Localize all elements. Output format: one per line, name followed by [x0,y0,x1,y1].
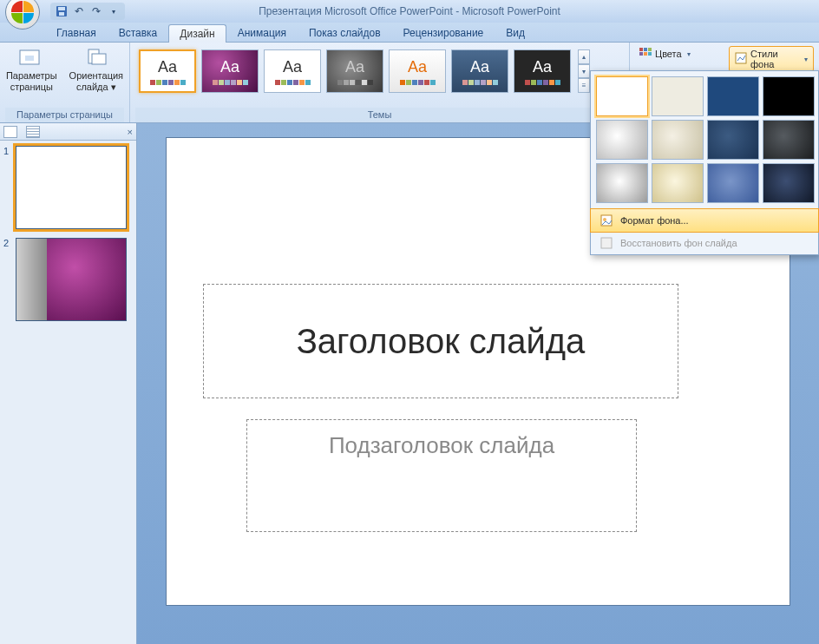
svg-rect-11 [644,52,647,56]
pane-tab-outline-icon[interactable] [26,126,40,138]
theme-colors-icon [150,80,186,85]
bg-swatch-navy[interactable] [707,76,759,116]
bg-swatch-blue[interactable] [707,163,759,203]
ribbon-tabs: Главная Вставка Дизайн Анимация Показ сл… [0,23,819,43]
tab-view[interactable]: Вид [495,23,536,42]
restore-background-menuitem: Восстановить фон слайда [591,232,818,254]
themes-scroll-down[interactable]: ▾ [578,64,590,79]
theme-colors-icon [275,80,311,85]
bg-swatch-greygrad[interactable] [596,120,648,160]
svg-rect-2 [59,12,64,16]
thumbnail-list: 1 2 [0,141,136,644]
subtitle-placeholder[interactable]: Подзаголовок слайда [246,419,637,532]
svg-rect-12 [648,52,652,56]
format-background-label: Формат фона... [620,215,689,226]
office-logo-icon [11,1,34,23]
bg-swatch-white[interactable] [596,76,648,116]
ribbon-group-bgstyles: Стили фона [724,43,819,122]
tab-slideshow[interactable]: Показ слайдов [298,23,392,42]
themes-gallery: Aa Aa Aa Aa Aa Aa [135,46,624,93]
save-icon[interactable] [54,3,69,19]
theme-colors-icon [400,80,436,85]
theme-aa-icon: Aa [533,58,552,76]
page-setup-icon [17,48,45,69]
tab-review[interactable]: Рецензирование [392,23,495,42]
ribbon-group-page-params: Параметры страницы Ориентация слайда ▾ П… [0,43,130,122]
title-bar: ↶ ↷ ▾ Презентация Microsoft Office Power… [0,0,819,23]
slide-number: 2 [3,238,12,321]
background-styles-panel: Формат фона... Восстановить фон слайда [590,70,819,255]
colors-label: Цвета [655,49,682,59]
group-label-page-params: Параметры страницы [5,108,124,122]
tab-animation[interactable]: Анимация [226,23,298,42]
bg-swatch-cream[interactable] [652,76,704,116]
subtitle-placeholder-text: Подзаголовок слайда [329,432,554,459]
svg-rect-9 [648,48,652,51]
svg-point-15 [603,218,606,221]
theme-colors-icon [213,80,248,85]
theme-colors-icon [462,80,498,85]
title-placeholder[interactable]: Заголовок слайда [203,284,678,398]
themes-scroll: ▴ ▾ ≡ [578,49,590,93]
themes-scroll-more[interactable]: ≡ [578,78,590,93]
page-setup-label: Параметры страницы [6,70,57,93]
svg-rect-8 [644,48,647,51]
theme-aa-icon: Aa [283,58,302,76]
pane-tabs: × [0,123,136,141]
tab-insert[interactable]: Вставка [108,23,169,42]
bg-styles-label: Стили фона [750,49,799,69]
bg-swatch-tangrad[interactable] [652,120,704,160]
theme-thumb-5[interactable]: Aa [389,49,446,93]
bg-panel-menu: Формат фона... Восстановить фон слайда [591,208,818,254]
theme-aa-icon: Aa [158,58,177,76]
orientation-label: Ориентация слайда ▾ [69,70,123,93]
background-styles-button[interactable]: Стили фона [729,46,814,72]
bg-swatch-bluedk[interactable] [763,163,815,203]
slide-thumb-preview [16,238,127,321]
title-placeholder-text: Заголовок слайда [297,322,586,361]
restore-background-icon [600,236,613,250]
theme-aa-icon: Aa [345,58,364,76]
pane-tab-slides-icon[interactable] [3,126,17,138]
theme-aa-icon: Aa [408,58,427,76]
theme-thumb-6[interactable]: Aa [451,49,508,93]
svg-rect-4 [25,56,34,61]
slides-pane: × 1 2 [0,123,137,644]
theme-thumb-1[interactable]: Aa [139,49,196,93]
pane-close-icon[interactable]: × [128,127,133,137]
colors-button[interactable]: Цвета [635,46,718,62]
format-background-icon [600,214,613,227]
quick-access-toolbar: ↶ ↷ ▾ [50,3,125,20]
redo-icon[interactable]: ↷ [88,3,104,19]
theme-thumb-2[interactable]: Aa [201,49,259,93]
bg-swatch-beige[interactable] [652,163,704,203]
tab-design[interactable]: Дизайн [168,24,226,43]
theme-aa-icon: Aa [220,58,239,76]
theme-thumb-7[interactable]: Aa [514,49,571,93]
bg-swatch-slategrad[interactable] [707,120,759,160]
slide-thumb-2[interactable]: 2 [3,238,133,321]
svg-rect-16 [601,238,612,248]
theme-thumb-3[interactable]: Aa [264,49,321,93]
theme-thumb-4[interactable]: Aa [326,49,383,93]
slide-number: 1 [3,146,12,229]
slide-thumb-1[interactable]: 1 [3,146,133,229]
ribbon-group-themes: Aa Aa Aa Aa Aa Aa [130,43,630,122]
themes-scroll-up[interactable]: ▴ [578,49,590,64]
svg-rect-10 [639,52,643,56]
page-setup-button[interactable]: Параметры страницы [3,46,61,95]
theme-colors-icon [337,80,373,85]
tab-home[interactable]: Главная [45,23,108,42]
qat-dropdown-icon[interactable]: ▾ [106,3,121,19]
bg-swatch-darkgrad[interactable] [763,120,815,160]
undo-icon[interactable]: ↶ [71,3,87,19]
format-background-menuitem[interactable]: Формат фона... [590,208,819,233]
slide-thumb-preview [16,146,127,229]
restore-background-label: Восстановить фон слайда [620,238,737,248]
orientation-button[interactable]: Ориентация слайда ▾ [66,46,127,95]
theme-colors-icon [525,80,560,85]
colors-icon [639,48,652,60]
bg-swatch-silver[interactable] [596,163,648,203]
bg-swatch-black[interactable] [763,76,815,116]
svg-rect-1 [58,7,65,10]
